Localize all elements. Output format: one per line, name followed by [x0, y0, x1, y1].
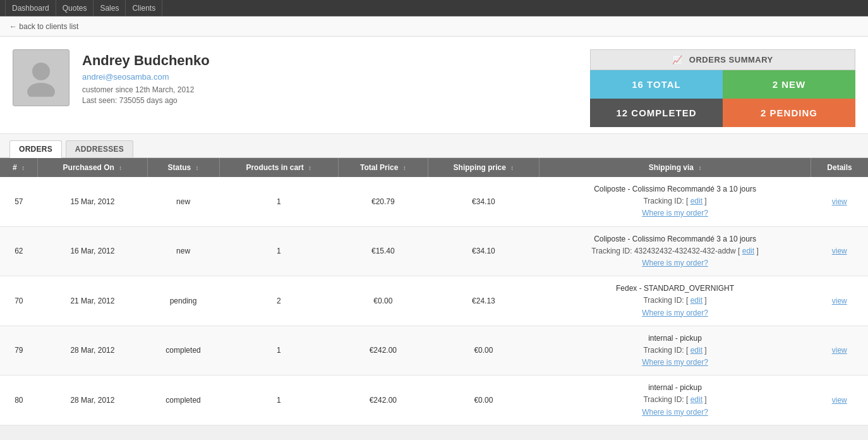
sort-icon-status: ↕ [196, 164, 199, 171]
tracking-line: Tracking ID: [ edit ] [546, 394, 805, 406]
cell-purchased-on: 16 Mar, 2012 [38, 226, 147, 276]
cell-shipping-price: €0.00 [428, 326, 539, 376]
col-header-products[interactable]: Products in cart ↕ [219, 158, 338, 177]
col-header-details: Details [811, 158, 868, 177]
pending-orders-box: 2 PENDING [723, 99, 855, 127]
sort-icon-shipping: ↕ [510, 164, 514, 171]
col-header-purchased-on[interactable]: Purchased On ↕ [38, 158, 147, 177]
table-header-row: # ↕ Purchased On ↕ Status ↕ Products in … [0, 158, 868, 177]
cell-products: 1 [219, 226, 338, 276]
svg-point-1 [27, 83, 55, 97]
total-orders-box: 16 TOTAL [590, 70, 723, 99]
cell-id: 57 [0, 177, 38, 226]
cell-id: 79 [0, 326, 38, 376]
tracking-line: Tracking ID: [ edit ] [546, 345, 805, 357]
cell-status: new [147, 226, 219, 276]
tracking-line: Tracking ID: [ edit ] [546, 295, 805, 307]
cell-purchased-on: 28 Mar, 2012 [38, 376, 147, 425]
cell-products: 2 [219, 276, 338, 326]
shipping-name: Coliposte - Colissimo Recommandé 3 a 10 … [546, 233, 805, 245]
tabs-bar: Orders Addresses [0, 134, 868, 158]
cell-purchased-on: 21 Mar, 2012 [38, 276, 147, 326]
col-header-shipping-via[interactable]: Shipping via ↕ [539, 158, 811, 177]
view-order-link[interactable]: view [832, 296, 847, 305]
tracking-edit-link[interactable]: edit [690, 346, 702, 355]
cell-status: new [147, 177, 219, 226]
cell-id: 70 [0, 276, 38, 326]
view-order-link[interactable]: view [832, 346, 847, 355]
col-header-status[interactable]: Status ↕ [147, 158, 219, 177]
cell-details[interactable]: view [811, 276, 868, 326]
nav-dashboard[interactable]: Dashboard [5, 0, 56, 16]
where-is-my-order-link[interactable]: Where is my order? [546, 257, 805, 269]
profile-last-seen: Last seen: 735055 days ago [82, 96, 590, 105]
shipping-name: Fedex - STANDARD_OVERNIGHT [546, 283, 805, 295]
back-to-clients-link[interactable]: back to clients list [9, 22, 78, 31]
cell-total-price: €0.00 [338, 276, 428, 326]
summary-header: 📈 ORDERS SUMMARY [590, 49, 855, 70]
top-navigation: Dashboard Quotes Sales Clients [0, 0, 868, 16]
orders-summary-panel: 📈 ORDERS SUMMARY 16 TOTAL 2 NEW 12 COMPL… [590, 49, 855, 127]
cell-shipping-via: Fedex - STANDARD_OVERNIGHTTracking ID: [… [539, 276, 811, 326]
sort-icon-id: ↕ [21, 164, 25, 171]
cell-products: 1 [219, 177, 338, 226]
cell-details[interactable]: view [811, 177, 868, 226]
chart-icon: 📈 [672, 55, 683, 64]
tracking-edit-link[interactable]: edit [690, 395, 702, 404]
cell-details[interactable]: view [811, 376, 868, 425]
cell-total-price: €242.00 [338, 326, 428, 376]
sort-icon-products: ↕ [308, 164, 311, 171]
view-order-link[interactable]: view [832, 197, 847, 206]
cell-details[interactable]: view [811, 326, 868, 376]
profile-email: andrei@seosamba.com [82, 72, 590, 82]
back-bar: back to clients list [0, 16, 868, 37]
cell-total-price: €15.40 [338, 226, 428, 276]
sort-icon-purchased-on: ↕ [119, 164, 122, 171]
cell-products: 1 [219, 376, 338, 425]
cell-shipping-price: €24.13 [428, 276, 539, 326]
sort-icon-shipping-via: ↕ [698, 164, 701, 171]
table-row: 6216 Mar, 2012new1€15.40€34.10Coliposte … [0, 226, 868, 276]
cell-purchased-on: 15 Mar, 2012 [38, 177, 147, 226]
profile-section: Andrey Budchenko andrei@seosamba.com cus… [0, 37, 868, 134]
view-order-link[interactable]: view [832, 396, 847, 405]
where-is-my-order-link[interactable]: Where is my order? [546, 406, 805, 419]
shipping-name: Coliposte - Colissimo Recommandé 3 a 10 … [546, 183, 805, 195]
cell-status: completed [147, 326, 219, 376]
cell-status: completed [147, 376, 219, 425]
cell-shipping-via: internal - pickupTracking ID: [ edit ]Wh… [539, 326, 811, 376]
nav-quotes[interactable]: Quotes [56, 0, 94, 16]
tracking-line: Tracking ID: [ edit ] [546, 195, 805, 207]
where-is-my-order-link[interactable]: Where is my order? [546, 207, 805, 219]
cell-details[interactable]: view [811, 226, 868, 276]
tracking-edit-link[interactable]: edit [690, 197, 702, 205]
view-order-link[interactable]: view [832, 247, 847, 255]
tab-addresses[interactable]: Addresses [66, 140, 133, 157]
orders-table: # ↕ Purchased On ↕ Status ↕ Products in … [0, 158, 868, 425]
tracking-edit-link[interactable]: edit [690, 296, 702, 305]
col-header-id[interactable]: # ↕ [0, 158, 38, 177]
where-is-my-order-link[interactable]: Where is my order? [546, 307, 805, 319]
cell-shipping-via: Coliposte - Colissimo Recommandé 3 a 10 … [539, 177, 811, 226]
table-row: 7928 Mar, 2012completed1€242.00€0.00inte… [0, 326, 868, 376]
sort-icon-total: ↕ [403, 164, 406, 171]
new-orders-box: 2 NEW [723, 70, 855, 99]
nav-clients[interactable]: Clients [126, 0, 162, 16]
cell-shipping-via: Coliposte - Colissimo Recommandé 3 a 10 … [539, 226, 811, 276]
shipping-name: internal - pickup [546, 382, 805, 394]
tab-orders[interactable]: Orders [9, 140, 62, 158]
shipping-name: internal - pickup [546, 333, 805, 345]
cell-id: 80 [0, 376, 38, 425]
table-row: 5715 Mar, 2012new1€20.79€34.10Coliposte … [0, 177, 868, 226]
cell-status: pending [147, 276, 219, 326]
avatar [13, 49, 69, 106]
col-header-total-price[interactable]: Total Price ↕ [338, 158, 428, 177]
where-is-my-order-link[interactable]: Where is my order? [546, 357, 805, 369]
cell-shipping-via: internal - pickupTracking ID: [ edit ]Wh… [539, 376, 811, 425]
profile-since: customer since 12th March, 2012 [82, 85, 590, 94]
col-header-shipping-price[interactable]: Shipping price ↕ [428, 158, 539, 177]
tracking-edit-link[interactable]: edit [742, 247, 754, 255]
cell-total-price: €20.79 [338, 177, 428, 226]
nav-sales[interactable]: Sales [93, 0, 126, 16]
cell-id: 62 [0, 226, 38, 276]
